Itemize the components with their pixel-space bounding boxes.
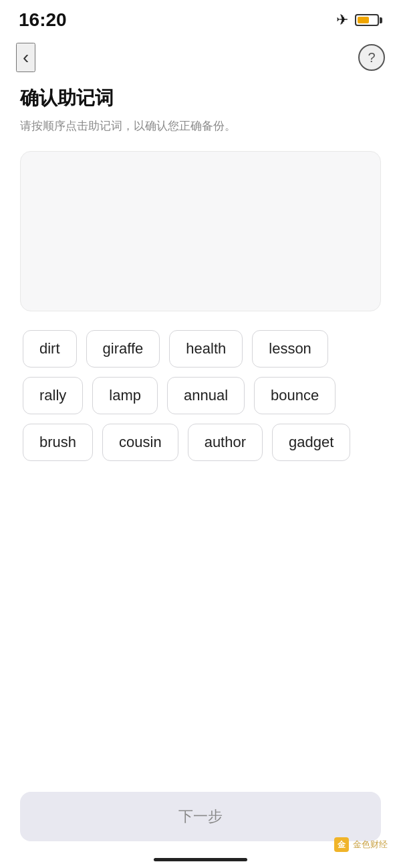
home-indicator: [154, 858, 247, 861]
word-chip-bounce[interactable]: bounce: [254, 377, 336, 414]
word-chip-rally[interactable]: rally: [23, 377, 83, 414]
status-icons: ✈: [336, 11, 382, 29]
next-button[interactable]: 下一步: [20, 792, 381, 841]
status-bar: 16:20 ✈: [0, 0, 401, 37]
airplane-icon: ✈: [336, 11, 348, 29]
word-chip-brush[interactable]: brush: [23, 424, 93, 461]
word-chip-lamp[interactable]: lamp: [92, 377, 158, 414]
selection-area: [20, 151, 381, 311]
page-content: 确认助记词 请按顺序点击助记词，以确认您正确备份。 dirtgiraffehea…: [0, 80, 401, 461]
word-chip-author[interactable]: author: [188, 424, 263, 461]
word-chip-lesson[interactable]: lesson: [252, 330, 328, 368]
help-button[interactable]: ?: [358, 44, 385, 71]
battery-icon: [355, 14, 382, 26]
back-button[interactable]: ‹: [16, 43, 35, 72]
status-time: 16:20: [19, 9, 67, 31]
word-chips-container: dirtgiraffehealthlessonrallylampannualbo…: [20, 330, 381, 461]
watermark-logo: 金: [334, 837, 349, 852]
word-chip-cousin[interactable]: cousin: [102, 424, 178, 461]
page-title: 确认助记词: [20, 86, 381, 111]
page-subtitle: 请按顺序点击助记词，以确认您正确备份。: [20, 118, 381, 135]
word-chip-gadget[interactable]: gadget: [272, 424, 350, 461]
watermark: 金 金色财经: [334, 837, 388, 852]
word-chip-dirt[interactable]: dirt: [23, 330, 77, 368]
bottom-area: 下一步: [0, 781, 401, 868]
nav-bar: ‹ ?: [0, 37, 401, 80]
watermark-text: 金色财经: [353, 839, 388, 851]
word-chip-health[interactable]: health: [169, 330, 243, 368]
word-chip-giraffe[interactable]: giraffe: [86, 330, 160, 368]
word-chip-annual[interactable]: annual: [167, 377, 245, 414]
